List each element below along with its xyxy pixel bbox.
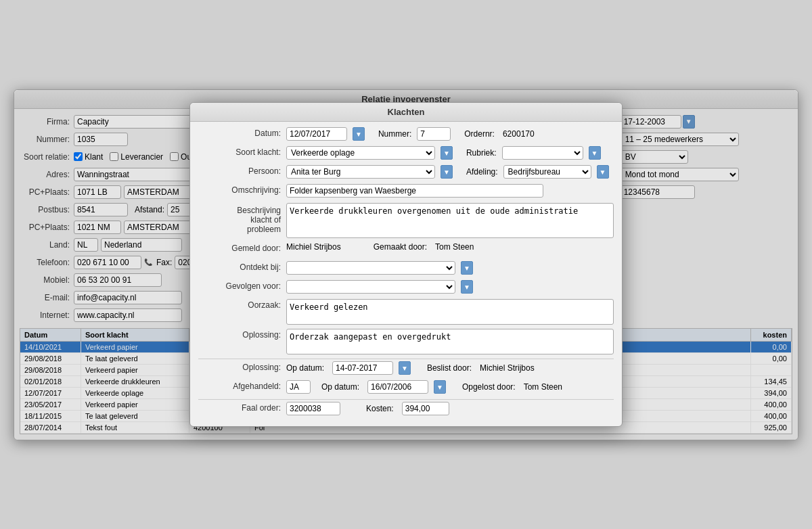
modal-ontdekt-dropdown[interactable]: ▼ <box>461 261 473 275</box>
modal-oplossing2-label: Oplossing: <box>198 361 286 372</box>
modal-faal-row: Faal order: Kosten: <box>198 402 614 417</box>
modal-datum-dropdown[interactable]: ▼ <box>353 127 365 141</box>
modal-persoon-label: Persoon: <box>198 165 286 176</box>
modal-op-datum-input[interactable] <box>332 361 393 375</box>
modal-gemeld-label: Gemeld door: <box>198 242 286 253</box>
modal-beschrijving-textarea[interactable]: Verkeerde drukkleuren overgenomen uit de… <box>286 203 614 238</box>
modal-gevolgen-select[interactable] <box>286 280 455 294</box>
modal-afgehandeld-row: Afgehandeld: Op datum: ▼ Opgelost door: … <box>198 380 614 395</box>
modal-gemaakt-label: Gemaakt door: <box>374 242 427 252</box>
modal-oplossing-row: Oplossing: Orderzak aangepast en overged… <box>198 329 614 354</box>
modal-op-datum-label: Op datum: <box>286 363 324 373</box>
modal-omschrijving-input[interactable] <box>286 184 543 198</box>
modal-oorzaak-row: Oorzaak: Verkeerd gelezen <box>198 299 614 325</box>
modal-datum-label: Datum: <box>198 127 286 138</box>
modal-ontdekt-label: Ontdekt bij: <box>198 261 286 272</box>
modal-nummer-input[interactable] <box>417 127 451 141</box>
modal-beslist-value: Michiel Strijbos <box>480 363 535 373</box>
modal-ordernr-value: 6200170 <box>503 129 535 139</box>
modal-persoon-dropdown[interactable]: ▼ <box>441 165 453 179</box>
modal-overlay: Klachten Datum: ▼ Nummer: Ordernr: 62001… <box>14 90 798 440</box>
modal-kosten-input[interactable] <box>402 402 449 415</box>
modal-faal-input[interactable] <box>286 402 340 415</box>
modal-faal-label: Faal order: <box>198 402 286 413</box>
modal-opgelost-label: Opgelost door: <box>462 382 516 392</box>
modal-rubriek-label: Rubriek: <box>466 148 497 158</box>
modal-op-datum2-dropdown[interactable]: ▼ <box>434 380 446 394</box>
modal-op-datum2-input[interactable] <box>367 380 428 394</box>
modal-gevolgen-label: Gevolgen voor: <box>198 280 286 291</box>
modal-beslist-label: Beslist door: <box>427 363 472 373</box>
modal-datum-input[interactable] <box>286 127 347 141</box>
modal-soort-row: Soort klacht: Verkeerde oplage ▼ Rubriek… <box>198 146 614 161</box>
modal-oplossing-label: Oplossing: <box>198 329 286 340</box>
modal-soort-select[interactable]: Verkeerde oplage <box>286 146 435 160</box>
modal-oorzaak-textarea[interactable]: Verkeerd gelezen <box>286 299 614 325</box>
modal-afdeling-dropdown[interactable]: ▼ <box>597 165 609 179</box>
modal-soort-dropdown[interactable]: ▼ <box>441 146 453 160</box>
modal-oplossing-textarea[interactable]: Orderzak aangepast en overgedrukt <box>286 329 614 354</box>
modal-gevolgen-dropdown[interactable]: ▼ <box>461 280 473 294</box>
klachten-modal: Klachten Datum: ▼ Nummer: Ordernr: 62001… <box>189 102 623 427</box>
modal-afdeling-select[interactable]: Bedrijfsbureau <box>503 165 591 179</box>
modal-beschrijving-label: Beschrijvingklacht ofprobleem <box>198 203 286 234</box>
modal-rubriek-select[interactable] <box>502 146 583 160</box>
modal-persoon-row: Persoon: Anita ter Burg ▼ Afdeling: Bedr… <box>198 165 614 180</box>
modal-ordernr-label: Ordernr: <box>464 129 495 139</box>
modal-op-datum2-label: Op datum: <box>321 382 359 392</box>
modal-ontdekt-select[interactable] <box>286 261 455 275</box>
modal-gemaakt-value: Tom Steen <box>435 242 474 252</box>
modal-afgehandeld-input[interactable] <box>286 380 311 394</box>
modal-soort-label: Soort klacht: <box>198 146 286 157</box>
modal-omschrijving-label: Omschrijving: <box>198 184 286 195</box>
main-window: Relatie invoervenster Firma: Capacity Nu… <box>14 89 798 440</box>
modal-afgehandeld-label: Afgehandeld: <box>198 380 286 391</box>
modal-omschrijving-row: Omschrijving: <box>198 184 614 199</box>
modal-beschrijving-row: Beschrijvingklacht ofprobleem Verkeerde … <box>198 203 614 238</box>
modal-op-datum-dropdown[interactable]: ▼ <box>399 361 411 375</box>
modal-kosten-label: Kosten: <box>366 404 394 413</box>
modal-nummer-label: Nummer: <box>378 129 411 139</box>
modal-gevolgen-row: Gevolgen voor: ▼ <box>198 280 614 295</box>
modal-ontdekt-row: Ontdekt bij: ▼ <box>198 261 614 276</box>
modal-opgelost-value: Tom Steen <box>524 382 562 392</box>
modal-rubriek-dropdown[interactable]: ▼ <box>589 146 601 160</box>
modal-afdeling-label: Afdeling: <box>466 167 498 177</box>
modal-oorzaak-label: Oorzaak: <box>198 299 286 310</box>
modal-gemeld-row: Gemeld door: Michiel Strijbos Gemaakt do… <box>198 242 614 257</box>
modal-oplossing2-row: Oplossing: Op datum: ▼ Beslist door: Mic… <box>198 361 614 376</box>
modal-persoon-select[interactable]: Anita ter Burg <box>286 165 435 179</box>
modal-title: Klachten <box>190 103 622 122</box>
modal-datum-row: Datum: ▼ Nummer: Ordernr: 6200170 <box>198 127 614 142</box>
modal-gemeld-value: Michiel Strijbos <box>286 242 341 252</box>
